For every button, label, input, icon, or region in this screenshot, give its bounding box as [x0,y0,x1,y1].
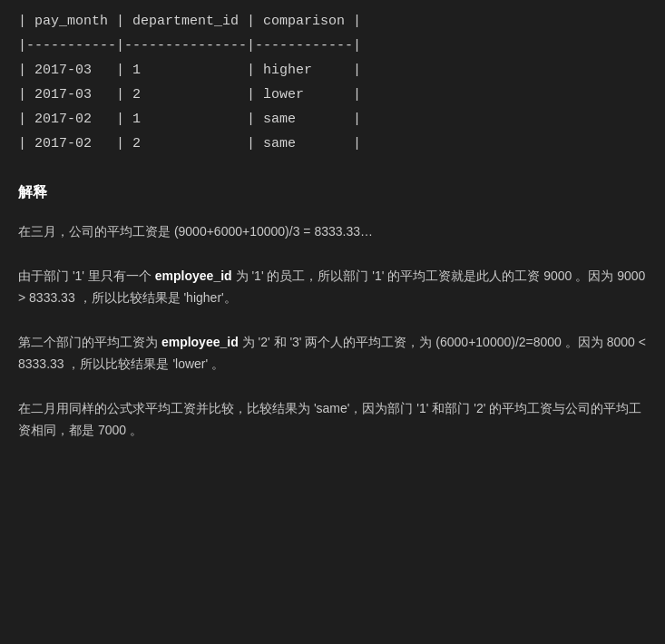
table-separator: |-----------|---------------|-----------… [18,34,647,58]
explanation-title: 解释 [18,183,647,202]
table-section: | pay_month | department_id | comparison… [18,9,647,156]
explanation-paragraph-1: 在三月，公司的平均工资是 (9000+6000+10000)/3 = 8333.… [18,220,647,243]
explanation-paragraph-4: 在二月用同样的公式求平均工资并比较，比较结果为 'same'，因为部门 '1' … [18,397,647,442]
explanation-paragraph-2: 由于部门 '1' 里只有一个 employee_id 为 '1' 的员工，所以部… [18,265,647,309]
table-header: | pay_month | department_id | comparison… [18,9,647,34]
explanation-text-1: 在三月，公司的平均工资是 (9000+6000+10000)/3 = 8333.… [18,224,373,239]
table-row-3: | 2017-02 | 1 | same | [18,107,647,132]
explanation-paragraph-3: 第二个部门的平均工资为 employee_id 为 '2' 和 '3' 两个人的… [18,331,647,376]
explanation-text-4: 在二月用同样的公式求平均工资并比较，比较结果为 'same'，因为部门 '1' … [18,401,641,438]
table-row-4: | 2017-02 | 2 | same | [18,132,647,156]
employee-id-bold-1: employee_id [155,268,232,283]
explanation-section: 解释 在三月，公司的平均工资是 (9000+6000+10000)/3 = 83… [18,183,647,442]
table-row-1: | 2017-03 | 1 | higher | [18,58,647,83]
table-row-2: | 2017-03 | 2 | lower | [18,83,647,107]
employee-id-bold-2: employee_id [161,335,239,349]
